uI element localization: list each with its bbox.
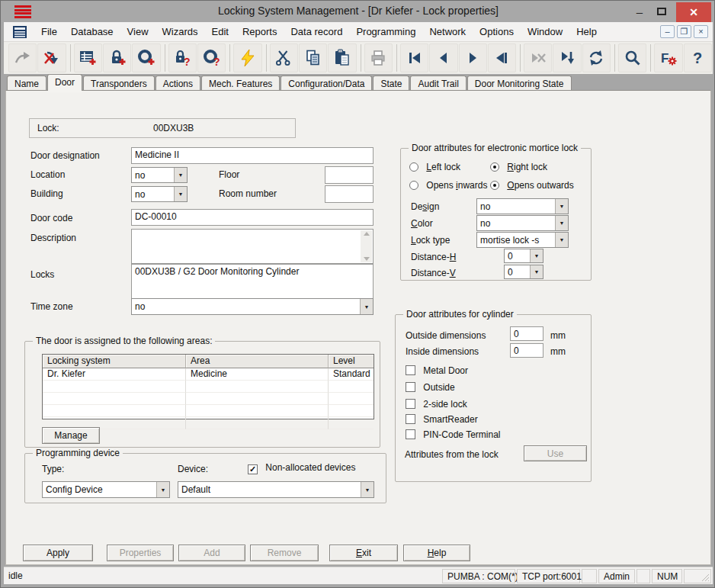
programming-device-select[interactable]: Default ▼ (178, 481, 374, 498)
toolbar-first-record-button[interactable] (400, 43, 428, 72)
lock-type-select[interactable]: mortise lock -s ▼ (476, 232, 569, 248)
toolbar-copy-button[interactable] (299, 43, 327, 72)
tab-mech-features[interactable]: Mech. Features (201, 76, 280, 91)
table-row[interactable]: Dr. Kiefer Medicine Standard (43, 368, 374, 381)
room-number-input[interactable] (325, 185, 374, 203)
door-code-input[interactable]: DC-00010 (131, 209, 374, 226)
outside-dimensions-input[interactable]: 0 (510, 326, 543, 341)
manage-button[interactable]: Manage (42, 427, 100, 444)
toolbar-goto-record-button[interactable] (553, 43, 581, 72)
column-header-locking-system[interactable]: Locking system (43, 355, 186, 368)
menu-item-view[interactable]: View (120, 23, 156, 40)
scroll-up-icon[interactable] (364, 232, 370, 236)
minimize-button[interactable]: – (629, 1, 650, 22)
menu-item-wizards[interactable]: Wizards (156, 23, 205, 40)
chevron-down-icon[interactable]: ▼ (530, 265, 543, 278)
menu-item-edit[interactable]: Edit (205, 23, 236, 40)
chevron-down-icon[interactable]: ▼ (174, 168, 187, 182)
toolbar-search-button[interactable] (618, 43, 646, 72)
tab-door-monitoring-state[interactable]: Door Monitoring State (467, 76, 572, 91)
toolbar-new-locking-system-button[interactable] (74, 43, 102, 72)
two-side-lock-checkbox[interactable]: 2-side lock (406, 399, 467, 410)
chevron-down-icon[interactable]: ▼ (555, 233, 568, 247)
inside-dimensions-input[interactable]: 0 (510, 343, 543, 358)
areas-table[interactable]: Locking system Area Level Dr. Kiefer Med… (42, 354, 374, 419)
toolbar-program-button[interactable] (233, 43, 261, 72)
location-select[interactable]: no ▼ (131, 167, 188, 183)
opens-inwards-radio[interactable]: Opens inwards (409, 180, 487, 191)
locks-textarea[interactable]: 00DXU3B / G2 Door Monitoring Cylinder (131, 264, 374, 299)
menu-item-database[interactable]: Database (64, 23, 120, 40)
exit-button[interactable]: Exit (329, 545, 398, 561)
column-header-area[interactable]: Area (186, 355, 329, 368)
description-scrollbar[interactable] (361, 230, 372, 262)
toolbar-help-button[interactable]: ? (684, 43, 712, 72)
programming-type-select[interactable]: Config Device ▼ (42, 481, 170, 498)
properties-button[interactable]: Properties (107, 545, 174, 561)
color-select[interactable]: no ▼ (476, 215, 569, 231)
menu-item-network[interactable]: Network (422, 23, 473, 40)
mdi-minimize-button[interactable]: – (660, 25, 675, 38)
building-select[interactable]: no ▼ (131, 186, 188, 202)
right-lock-radio[interactable]: Right lock (490, 162, 547, 172)
toolbar-connect-button[interactable] (8, 43, 37, 72)
apply-button[interactable]: Apply (23, 545, 93, 561)
toolbar-filter-settings-button[interactable]: F (654, 43, 682, 72)
menu-item-options[interactable]: Options (473, 23, 521, 40)
door-designation-input[interactable]: Medicine II (131, 147, 374, 164)
opens-outwards-radio[interactable]: Opens outwards (490, 180, 574, 191)
chevron-down-icon[interactable]: ▼ (174, 187, 187, 201)
menu-item-help[interactable]: Help (569, 23, 604, 40)
tab-actions[interactable]: Actions (156, 76, 200, 91)
design-select[interactable]: no ▼ (476, 198, 569, 214)
toolbar-print-button[interactable] (364, 43, 393, 72)
use-button[interactable]: Use (524, 445, 587, 461)
toolbar-previous-record-button[interactable] (429, 43, 457, 72)
chevron-down-icon[interactable]: ▼ (156, 482, 169, 497)
chevron-down-icon[interactable]: ▼ (555, 216, 568, 230)
column-header-level[interactable]: Level (329, 355, 374, 368)
description-textarea[interactable] (131, 229, 374, 264)
tab-transponders[interactable]: Transponders (83, 76, 155, 91)
chevron-down-icon[interactable]: ▼ (555, 199, 568, 214)
toolbar-disconnect-button[interactable] (37, 43, 66, 72)
distance-h-select[interactable]: 0 ▼ (504, 249, 543, 263)
floor-input[interactable] (325, 166, 374, 184)
scroll-down-icon[interactable] (364, 257, 370, 261)
chevron-down-icon[interactable]: ▼ (360, 299, 373, 314)
toolbar-remove-record-button[interactable] (524, 43, 552, 72)
toolbar-new-transponder-button[interactable] (132, 43, 160, 72)
toolbar-paste-button[interactable] (328, 43, 356, 72)
toolbar-cut-button[interactable] (270, 43, 298, 72)
close-button[interactable]: ✕ (676, 2, 711, 22)
maximize-button[interactable] (650, 1, 673, 22)
smartreader-checkbox[interactable]: SmartReader (406, 414, 478, 425)
outside-checkbox[interactable]: Outside (406, 382, 455, 393)
remove-button[interactable]: Remove (250, 545, 319, 561)
time-zone-select[interactable]: no ▼ (131, 298, 374, 315)
help-button[interactable]: Help (403, 545, 470, 561)
mdi-restore-button[interactable]: ❐ (677, 25, 691, 38)
resize-grip[interactable] (684, 569, 711, 583)
left-lock-radio[interactable]: Left lock (409, 162, 460, 172)
tab-state[interactable]: State (373, 76, 409, 91)
toolbar-next-record-button[interactable] (459, 43, 487, 72)
metal-door-checkbox[interactable]: Metal Door (406, 365, 468, 376)
mdi-close-button[interactable]: × (694, 25, 708, 38)
menu-item-data-record[interactable]: Data record (284, 23, 349, 40)
chevron-down-icon[interactable]: ▼ (530, 249, 543, 262)
tab-configuration-data[interactable]: Configuration/Data (281, 76, 372, 91)
system-menu-icon[interactable] (13, 26, 27, 38)
tab-door[interactable]: Door (47, 74, 82, 91)
non-allocated-devices-checkbox[interactable]: ✓ Non-allocated devices (248, 462, 355, 474)
toolbar-read-lock-button[interactable]: ? (168, 43, 197, 72)
toolbar-new-lock-button[interactable] (103, 43, 131, 72)
menu-item-window[interactable]: Window (521, 23, 569, 40)
add-button[interactable]: Add (178, 545, 245, 561)
menu-item-programming[interactable]: Programming (349, 23, 422, 40)
toolbar-last-record-button[interactable] (488, 43, 516, 72)
distance-v-select[interactable]: 0 ▼ (504, 265, 543, 279)
toolbar-refresh-button[interactable] (582, 43, 611, 72)
toolbar-read-transponder-button[interactable]: ? (197, 43, 226, 72)
tab-name[interactable]: Name (7, 76, 46, 91)
